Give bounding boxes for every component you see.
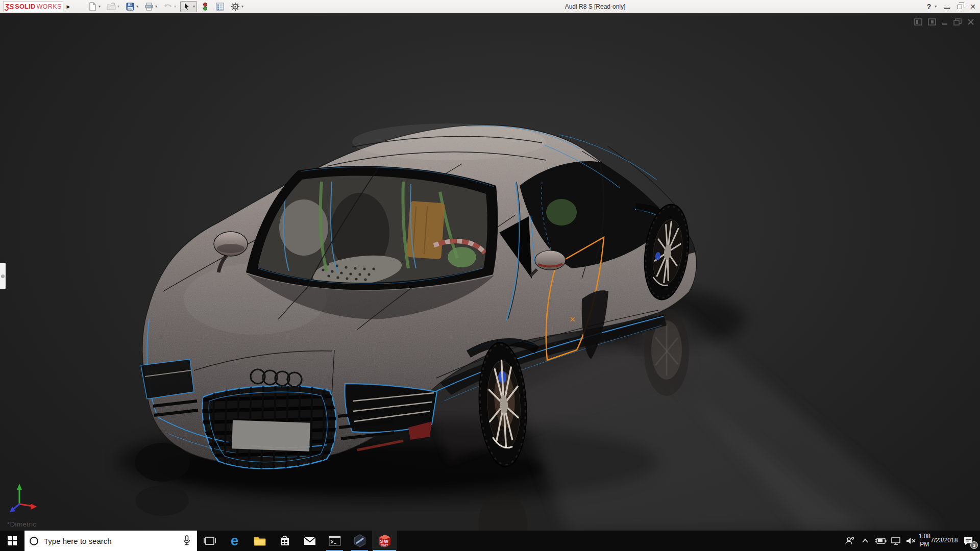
left-front-tire: [135, 443, 190, 482]
document-minimize-icon[interactable]: [941, 18, 948, 26]
view-orientation-label: *Dimetric: [7, 520, 36, 528]
model-canvas[interactable]: [0, 13, 980, 531]
document-pane-icon-2[interactable]: [927, 18, 937, 26]
new-document-button[interactable]: ▾: [86, 1, 103, 12]
options-dropdown[interactable]: ▾: [241, 5, 243, 9]
chevron-up-icon: [862, 538, 869, 543]
document-pane-icon[interactable]: [914, 18, 923, 26]
windows-logo-icon: [8, 536, 17, 545]
document-window-controls: [914, 18, 975, 26]
solidworks-logo-mark-icon: ƷS: [5, 3, 14, 10]
undo-arrow-icon: [163, 2, 173, 11]
mail-button[interactable]: [297, 531, 322, 551]
save-button[interactable]: ▾: [124, 1, 140, 12]
microphone-icon[interactable]: [183, 535, 191, 546]
document-restore-icon[interactable]: [953, 18, 962, 26]
people-icon: [845, 536, 855, 545]
print-icon: [144, 2, 154, 11]
rebuild-button[interactable]: [199, 1, 211, 12]
tray-date: 7/23/2018: [930, 537, 958, 545]
minimize-button[interactable]: [944, 8, 950, 9]
cortana-icon: [30, 537, 38, 545]
file-properties-icon: [215, 2, 225, 11]
graphics-viewport[interactable]: *Dimetric: [0, 13, 980, 531]
solidworks-2017-button[interactable]: SW 2017: [372, 531, 397, 551]
traffic-light-icon: [201, 2, 209, 11]
print-button[interactable]: ▾: [142, 1, 159, 12]
new-dropdown[interactable]: ▾: [98, 5, 101, 9]
people-button[interactable]: [842, 531, 857, 551]
print-dropdown[interactable]: ▾: [155, 5, 157, 9]
document-close-icon[interactable]: [967, 18, 975, 26]
command-prompt-button[interactable]: [322, 531, 347, 551]
solidworks-2017-icon: SW 2017: [377, 533, 393, 548]
clock[interactable]: 1:08 PM 7/23/2018: [919, 531, 958, 551]
system-tray: 1:08 PM 7/23/2018 3: [842, 531, 980, 551]
open-dropdown: ▾: [117, 5, 119, 9]
save-floppy-icon: [126, 2, 135, 11]
undo-button: ▾: [161, 1, 178, 12]
select-dropdown[interactable]: ▾: [192, 5, 195, 9]
undo-dropdown: ▾: [174, 5, 176, 9]
feature-manager-collapsed-tab[interactable]: [0, 263, 6, 289]
brand-works: WORKS: [36, 3, 61, 10]
store-button[interactable]: [272, 531, 297, 551]
sw-cube-letters: SW: [377, 539, 393, 544]
solidworks-logo[interactable]: ƷS SOLIDWORKS: [3, 1, 63, 12]
splitter-handle-dot: [1, 274, 5, 278]
network-display-icon: [890, 537, 901, 545]
show-hidden-icons-button[interactable]: [857, 531, 873, 551]
hexagon-app-icon: [353, 534, 367, 548]
command-prompt-icon: [328, 535, 341, 546]
start-button[interactable]: [0, 531, 24, 551]
title-bar: ƷS SOLIDWORKS ▶ ▾ ▾ ▾: [0, 0, 980, 13]
notification-badge: 3: [970, 541, 978, 549]
volume-button[interactable]: [903, 531, 919, 551]
mail-icon: [303, 535, 316, 546]
edge-button[interactable]: e: [222, 531, 247, 551]
new-document-icon: [88, 2, 97, 11]
brand-solid: SOLID: [15, 3, 35, 10]
tray-time: 1:08 PM: [919, 533, 930, 548]
help-dropdown[interactable]: ▾: [934, 5, 937, 9]
taskbar-search-input[interactable]: Type here to search: [24, 531, 197, 551]
quick-access-toolbar: ▾ ▾ ▾ ▾: [86, 1, 246, 12]
file-properties-button[interactable]: [213, 1, 227, 12]
sw-cube-year: 2017: [377, 544, 393, 547]
windows-taskbar: Type here to search e: [0, 531, 980, 551]
options-gear-icon: [231, 2, 240, 11]
battery-charging-icon: [874, 537, 887, 544]
edge-icon: e: [231, 534, 238, 548]
close-button[interactable]: ✕: [970, 3, 976, 10]
battery-button[interactable]: [873, 531, 888, 551]
select-cursor-icon: [182, 2, 191, 11]
action-center-button[interactable]: 3: [958, 531, 979, 551]
search-placeholder: Type here to search: [44, 537, 112, 545]
store-icon: [279, 535, 291, 547]
window-controls: ? ▾ ✕: [927, 0, 976, 13]
help-button[interactable]: ?: [927, 3, 932, 11]
menu-expand-arrow[interactable]: ▶: [64, 1, 72, 12]
orientation-triad: [10, 484, 37, 512]
network-button[interactable]: [888, 531, 903, 551]
restore-button[interactable]: [958, 5, 962, 9]
volume-muted-icon: [905, 537, 917, 545]
select-tool-button[interactable]: ▾: [180, 1, 197, 12]
file-explorer-icon: [253, 535, 266, 546]
options-button[interactable]: ▾: [229, 1, 246, 12]
task-view-icon: [203, 535, 216, 546]
hexagon-viewer-button[interactable]: [347, 531, 372, 551]
file-explorer-button[interactable]: [247, 531, 272, 551]
window-title: Audi R8 S [Read-only]: [519, 0, 672, 13]
task-view-button[interactable]: [197, 531, 222, 551]
save-dropdown[interactable]: ▾: [136, 5, 138, 9]
open-button: ▾: [105, 1, 121, 12]
open-folder-icon: [107, 2, 116, 11]
